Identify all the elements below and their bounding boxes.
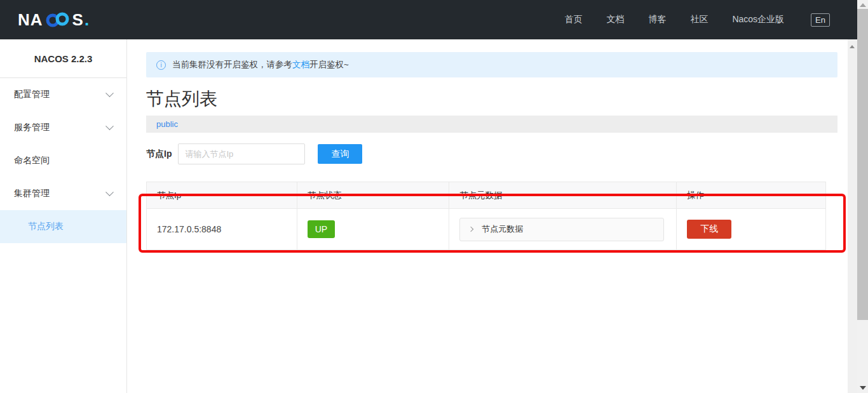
auth-warning-alert: 当前集群没有开启鉴权，请参考文档开启鉴权~ — [146, 52, 837, 77]
logo-dot: . — [85, 11, 89, 28]
sidebar-item-label: 配置管理 — [14, 89, 50, 100]
column-header-node-metadata: 节点元数据 — [449, 182, 677, 209]
sidebar-subitem-node-list-active[interactable]: 节点列表 — [0, 210, 126, 243]
node-ip-input[interactable] — [178, 143, 305, 164]
node-status-cell: UP — [297, 209, 449, 250]
nav-home[interactable]: 首页 — [564, 14, 582, 25]
sidebar-item-config-management[interactable]: 配置管理 — [0, 78, 126, 111]
scroll-down-arrow-icon[interactable] — [860, 386, 866, 390]
chevron-down-icon — [105, 89, 114, 97]
namespace-bar: public — [146, 116, 837, 133]
namespace-tab-public[interactable]: public — [156, 119, 178, 129]
metadata-collapse-panel[interactable]: 节点元数据 — [459, 218, 664, 241]
node-ip-label: 节点Ip — [146, 149, 172, 160]
scroll-up-arrow-icon[interactable] — [860, 3, 866, 7]
chevron-down-icon — [105, 122, 114, 130]
logo-text-s: S — [72, 11, 84, 28]
nav-docs[interactable]: 文档 — [606, 14, 624, 25]
column-header-operation: 操作 — [677, 182, 826, 209]
page-title: 节点列表 — [146, 87, 837, 111]
scrollbar-thumb[interactable] — [857, 9, 868, 320]
nav-community[interactable]: 社区 — [690, 14, 708, 25]
status-up-badge: UP — [308, 220, 335, 238]
sidebar-version-title: NACOS 2.2.3 — [0, 39, 126, 78]
offline-button[interactable]: 下线 — [687, 220, 731, 239]
alert-docs-link[interactable]: 文档 — [292, 59, 309, 70]
top-nav-links: 首页 文档 博客 社区 Nacos企业版 En — [564, 13, 830, 27]
sidebar-item-namespace[interactable]: 命名空间 — [0, 144, 126, 177]
column-header-node-status: 节点状态 — [297, 182, 449, 209]
chevron-right-icon — [468, 227, 473, 232]
sidebar-item-service-management[interactable]: 服务管理 — [0, 111, 126, 144]
page-scrollbar[interactable] — [857, 0, 868, 393]
top-navbar: NA S . 首页 文档 博客 社区 Nacos企业版 En — [0, 0, 868, 39]
content-scrollbar[interactable] — [848, 39, 857, 393]
logo-text-na: NA — [18, 11, 43, 28]
sidebar-item-label: 服务管理 — [14, 122, 50, 133]
query-button[interactable]: 查询 — [318, 144, 362, 164]
alert-text-after: 开启鉴权~ — [309, 59, 349, 70]
info-icon — [156, 60, 166, 70]
sidebar-item-label: 集群管理 — [14, 188, 50, 199]
main-content: 当前集群没有开启鉴权，请参考文档开启鉴权~ 节点列表 public 节点Ip 查… — [127, 39, 868, 393]
nav-blog[interactable]: 博客 — [648, 14, 666, 25]
scroll-up-arrow-icon[interactable] — [850, 45, 855, 48]
language-toggle-button[interactable]: En — [811, 13, 830, 27]
table-header-row: 节点Ip 节点状态 节点元数据 操作 — [147, 182, 826, 209]
node-list-table: 节点Ip 节点状态 节点元数据 操作 172.17.0.5:8848 UP 节点… — [146, 182, 826, 250]
operation-cell: 下线 — [677, 209, 826, 250]
column-header-node-ip: 节点Ip — [147, 182, 297, 209]
table-row: 172.17.0.5:8848 UP 节点元数据 下线 — [147, 209, 826, 250]
node-metadata-cell: 节点元数据 — [449, 209, 677, 250]
search-row: 节点Ip 查询 — [146, 143, 837, 164]
alert-text-before: 当前集群没有开启鉴权，请参考 — [172, 59, 292, 70]
logo-infinity-icon — [44, 11, 72, 28]
sidebar-item-label: 命名空间 — [14, 155, 50, 166]
nav-enterprise[interactable]: Nacos企业版 — [732, 14, 784, 25]
sidebar: NACOS 2.2.3 配置管理 服务管理 命名空间 集群管理 节点列表 — [0, 39, 127, 393]
node-ip-cell: 172.17.0.5:8848 — [147, 209, 297, 250]
sidebar-item-cluster-management[interactable]: 集群管理 — [0, 177, 126, 210]
nacos-logo[interactable]: NA S . — [18, 11, 89, 28]
metadata-collapse-label: 节点元数据 — [482, 223, 523, 235]
chevron-down-icon — [105, 188, 114, 196]
